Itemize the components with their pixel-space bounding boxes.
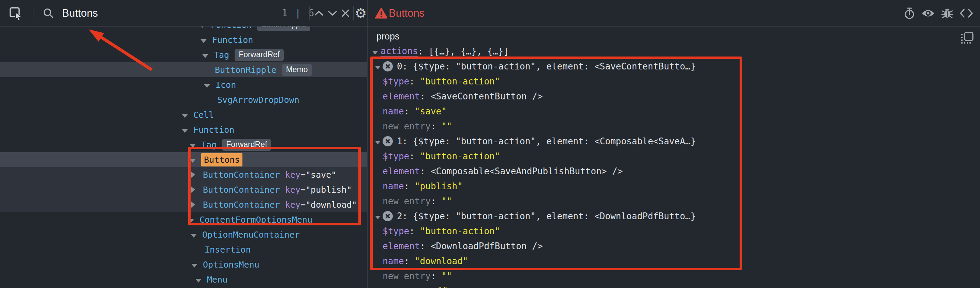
chevron-down-icon[interactable] (188, 215, 199, 225)
component-name: SvgArrowDropDown (217, 95, 299, 105)
chevron-right-icon[interactable] (191, 170, 203, 180)
chevron-down-icon[interactable] (372, 46, 378, 57)
delete-entry-button[interactable] (383, 211, 393, 221)
chevron-down-icon[interactable] (199, 27, 211, 30)
prop-key: name (383, 181, 404, 191)
component-name: Menu (207, 275, 228, 285)
component-name: Tag (214, 50, 229, 60)
tree-row[interactable]: Insertion (0, 242, 367, 257)
prop-key: element (383, 241, 420, 251)
chevron-down-icon[interactable] (182, 110, 193, 120)
prop-value[interactable]: <SaveContentButton /> (431, 91, 543, 101)
chevron-up-icon[interactable] (312, 0, 325, 26)
prop-preview: {$type: "button-action", element: <Downl… (407, 211, 695, 221)
prop-key[interactable]: new entry (383, 271, 431, 281)
prop-value[interactable]: "button-action" (420, 226, 500, 236)
close-icon[interactable] (339, 0, 352, 26)
chevron-down-icon[interactable] (191, 230, 202, 240)
prop-value[interactable]: "" (441, 196, 452, 206)
props-section-label: props (377, 31, 399, 42)
key-attribute-value: ="save" (301, 170, 336, 180)
warning-triangle-icon (375, 8, 387, 19)
key-attribute-name: key (285, 200, 301, 210)
prop-key: $type (383, 151, 409, 161)
prop-value[interactable]: "publish" (415, 181, 463, 191)
tree-row[interactable]: Function (0, 32, 367, 47)
chevron-right-icon[interactable] (191, 200, 203, 210)
tree-row[interactable]: OptionsMenu (0, 257, 367, 272)
prop-key[interactable]: new entry (383, 121, 431, 131)
bug-icon[interactable] (941, 7, 953, 19)
chevron-down-icon[interactable] (375, 211, 380, 221)
tree-row[interactable]: OptionMenuContainer (0, 227, 367, 242)
component-name: OptionMenuContainer (202, 230, 300, 240)
props-row: element: <DownloadPdfButton /> (368, 239, 980, 254)
props-row: element: <Composable<SaveAndPublishButto… (368, 164, 980, 179)
gear-icon[interactable]: ⚙ (355, 0, 367, 26)
props-row: new entry: "" (368, 119, 980, 134)
chevron-down-icon[interactable] (375, 61, 380, 71)
prop-value[interactable]: "" (441, 121, 452, 131)
tree-row[interactable]: Menu (0, 272, 367, 287)
chevron-down-icon[interactable] (189, 140, 201, 150)
prop-key[interactable]: actions (380, 46, 418, 57)
prop-key[interactable]: new entry (379, 286, 426, 288)
tree-row[interactable]: ButtonContainer key="save" (0, 167, 367, 182)
chevron-down-icon[interactable] (189, 155, 201, 165)
tree-row[interactable]: ButtonContainer key="download" (0, 197, 367, 212)
components-toolbar: 1 | 6 ⚙ (0, 0, 367, 26)
component-name: Function (211, 27, 251, 30)
prop-value[interactable]: "button-action" (420, 76, 500, 87)
prop-value[interactable]: "" (437, 286, 448, 288)
tree-row[interactable]: TagForwardRef (0, 137, 367, 152)
prop-value[interactable]: <Composable<SaveAndPublishButton> /> (431, 166, 623, 176)
props-row: name: "download" (368, 254, 980, 269)
component-name: Function (212, 35, 253, 45)
chevron-down-icon[interactable] (182, 125, 193, 135)
selected-component-title: Buttons (389, 0, 425, 26)
chevron-down-icon[interactable] (326, 0, 339, 26)
prop-key[interactable]: new entry (383, 196, 431, 206)
tree-row[interactable]: Buttons (0, 152, 367, 167)
chevron-down-icon[interactable] (375, 136, 380, 146)
array-index: 1: (397, 136, 407, 146)
inspect-element-icon[interactable] (8, 0, 23, 26)
prop-value[interactable]: <DownloadPdfButton /> (431, 241, 543, 251)
tree-row[interactable]: Icon (0, 77, 367, 92)
prop-key: $type (383, 226, 409, 236)
tree-row[interactable]: Cell (0, 107, 367, 122)
hoc-badge: ButtonRipple (257, 27, 310, 31)
chevron-right-icon[interactable] (191, 185, 203, 195)
delete-entry-button[interactable] (383, 136, 393, 146)
search-input[interactable] (62, 0, 267, 26)
chevron-down-icon[interactable] (204, 80, 215, 90)
prop-value[interactable]: "" (441, 271, 452, 281)
prop-value[interactable]: "download" (415, 256, 468, 266)
tree-row[interactable]: Function (0, 122, 367, 137)
props-row: new entry: "" (368, 269, 980, 283)
tree-row[interactable]: SvgArrowDropDown (0, 92, 367, 107)
chevron-down-icon[interactable] (196, 275, 207, 285)
tree-row[interactable]: FunctionButtonRipple (0, 27, 367, 32)
stopwatch-icon[interactable] (904, 7, 915, 19)
delete-entry-button[interactable] (383, 61, 393, 71)
tree-row[interactable]: ButtonRippleMemo (0, 62, 367, 77)
tree-row[interactable]: TagForwardRef (0, 47, 367, 62)
chevron-down-icon[interactable] (202, 50, 214, 60)
props-row: new entry: "" (368, 283, 980, 288)
component-name: ButtonContainer (203, 200, 280, 210)
prop-value[interactable]: "save" (415, 106, 447, 116)
props-row: 2: {$type: "button-action", element: <Do… (368, 209, 980, 224)
code-brackets-icon[interactable] (959, 8, 973, 18)
tree-row[interactable]: ContentFormOptionsMenu (0, 212, 367, 227)
chevron-down-icon[interactable] (200, 35, 212, 45)
prop-value[interactable]: "button-action" (420, 151, 500, 161)
props-row: name: "publish" (368, 179, 980, 194)
component-name: Icon (215, 80, 236, 90)
key-attribute-value: ="publish" (301, 185, 352, 195)
prop-preview: [{…}, {…}, {…}] (429, 46, 509, 57)
dashed-square-icon[interactable] (960, 31, 974, 45)
eye-icon[interactable] (921, 8, 935, 18)
tree-row[interactable]: ButtonContainer key="publish" (0, 182, 367, 197)
chevron-down-icon[interactable] (191, 260, 203, 270)
